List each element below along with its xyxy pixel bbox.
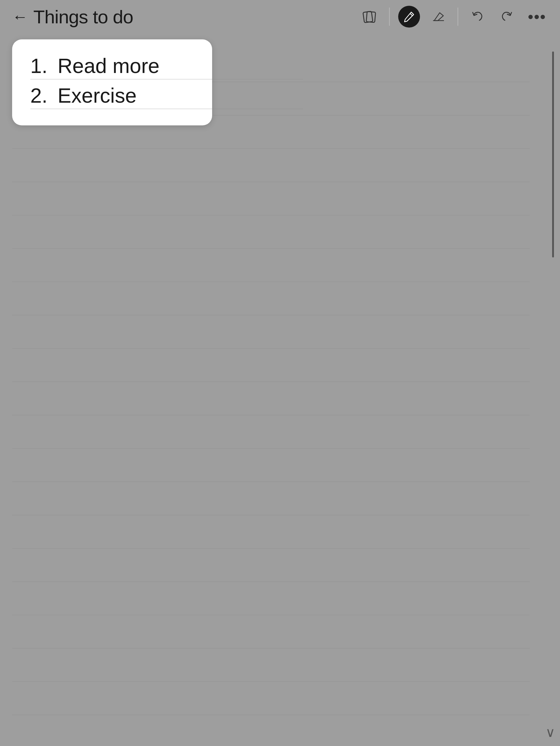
undo-button[interactable] [467, 6, 488, 28]
sticky-card: 1. Read more 2. Exercise [12, 39, 212, 125]
toolbar-divider-1 [389, 7, 390, 26]
toolbar-group-left [359, 6, 381, 28]
list-text-2: Exercise [58, 84, 137, 107]
page-area: 1. Read more 2. Exercise [0, 33, 560, 746]
list-number-2: 2. [30, 84, 49, 107]
ruled-line [12, 415, 530, 415]
pen-tool-button[interactable] [398, 6, 420, 28]
ruled-line [12, 648, 530, 649]
page-title: Things to do [33, 6, 133, 28]
eraser-tool-button[interactable] [427, 6, 449, 28]
ruled-line [12, 682, 530, 682]
svg-line-2 [410, 13, 413, 16]
toolbar-group-history [467, 6, 517, 28]
scrollbar-track [552, 52, 554, 722]
undo-icon [470, 9, 485, 25]
pen-icon [402, 10, 416, 24]
ruled-line [12, 215, 530, 216]
ruled-line [12, 515, 530, 515]
list-number-1: 1. [30, 54, 49, 78]
ruled-line [12, 248, 530, 249]
ruled-line [12, 581, 530, 582]
header-right: ••• [359, 6, 548, 28]
more-button[interactable]: ••• [526, 6, 548, 28]
ruled-line [12, 282, 530, 282]
list-text-1: Read more [58, 54, 159, 78]
redo-button[interactable] [496, 6, 517, 28]
more-icon: ••• [528, 7, 547, 26]
cards-tool-button[interactable] [359, 6, 381, 28]
ruled-line [12, 615, 530, 615]
scrollbar-thumb[interactable] [552, 52, 554, 257]
list-item-2: 2. Exercise [30, 84, 194, 107]
scroll-down-button[interactable]: ∨ [545, 724, 555, 740]
list-underline-1 [30, 79, 303, 80]
ruled-line [12, 348, 530, 349]
ruled-line [12, 482, 530, 482]
redo-icon [499, 9, 514, 25]
back-button[interactable]: ← [12, 9, 28, 25]
ruled-line [12, 315, 530, 315]
ruled-line [12, 715, 530, 715]
svg-rect-0 [363, 11, 373, 23]
svg-rect-1 [366, 11, 376, 22]
header: ← Things to do [0, 0, 560, 33]
toolbar-group-pens [398, 6, 449, 28]
lined-paper [12, 52, 530, 746]
ruled-line [12, 148, 530, 149]
toolbar-divider-2 [457, 7, 458, 26]
ruled-line [12, 182, 530, 182]
cards-icon [362, 9, 377, 25]
ruled-line [12, 448, 530, 449]
eraser-icon [430, 9, 446, 24]
list-underline-2 [30, 109, 303, 109]
header-left: ← Things to do [12, 6, 359, 28]
list-item-1: 1. Read more [30, 54, 194, 78]
